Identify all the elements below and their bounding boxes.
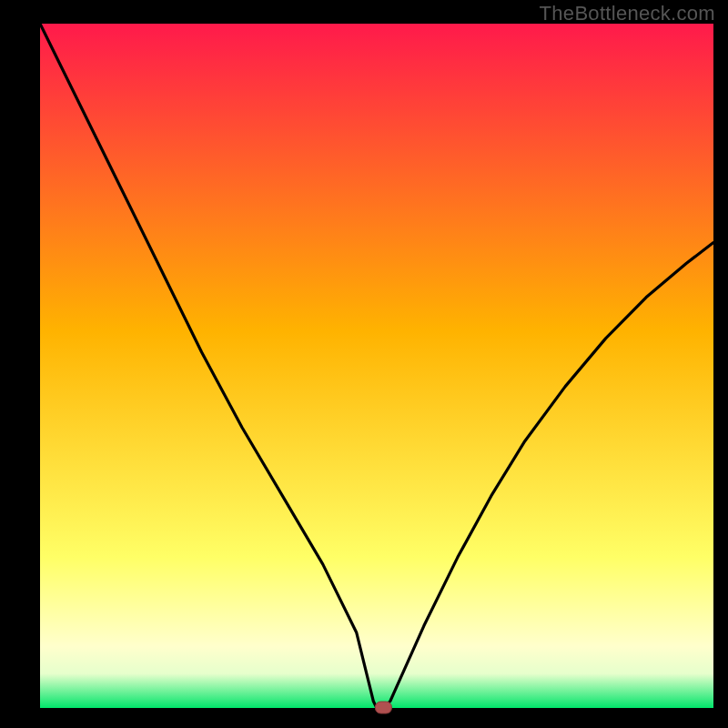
chart-frame: TheBottleneck.com	[0, 0, 728, 728]
plot-area	[40, 24, 713, 708]
watermark: TheBottleneck.com	[540, 2, 715, 25]
min-marker	[375, 702, 391, 713]
bottleneck-chart	[0, 0, 728, 728]
